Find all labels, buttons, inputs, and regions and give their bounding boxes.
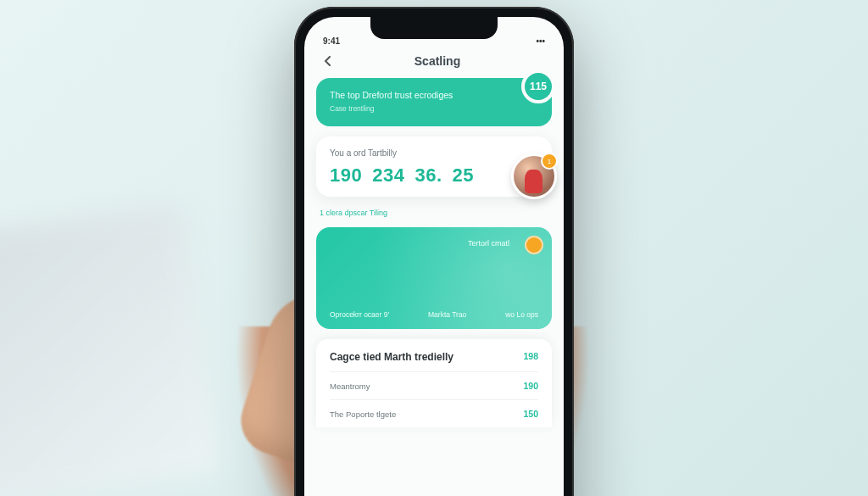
phone-frame: 9:41 ••• Scatling The top Dreford trust … [294, 7, 574, 497]
hero-badge: 115 [521, 70, 555, 103]
stat-value: 25 [453, 164, 474, 187]
list-item[interactable]: Meantromy 190 [330, 371, 538, 399]
avatar-badge: 1 [541, 153, 558, 170]
avatar[interactable]: 1 [511, 153, 557, 199]
stats-row: 190 234 36. 25 [330, 164, 538, 187]
app-header: Scatling [304, 47, 564, 78]
wave-item: Oprocekrr ocaer 9' [330, 310, 389, 319]
stat-value: 234 [372, 164, 404, 187]
wave-item: Markta Trao [428, 310, 466, 319]
wave-badge-icon [525, 236, 543, 254]
list-top-value: 198 [523, 351, 538, 361]
wave-card[interactable]: Tertorl cmatl Oprocekrr ocaer 9' Markta … [316, 227, 552, 329]
list-card: 198 Cagce tied Marth tredielly Meantromy… [316, 339, 552, 427]
phone-notch [370, 17, 498, 39]
stats-label: You a ord Tartbilly [330, 148, 538, 158]
hero-title: The top Dreford trust ecrodiges [330, 90, 538, 102]
stats-card[interactable]: You a ord Tartbilly 190 234 36. 25 1 [316, 137, 552, 197]
stat-value: 36. [415, 164, 442, 187]
status-time: 9:41 [323, 36, 340, 46]
stat-value: 190 [330, 164, 362, 187]
hero-card[interactable]: The top Dreford trust ecrodiges Case tre… [316, 78, 552, 127]
app-screen: 9:41 ••• Scatling The top Dreford trust … [304, 17, 564, 497]
section-subtitle: 1 clera dpscar Tiling [316, 209, 552, 217]
page-title: Scatling [326, 54, 548, 68]
list-title: Cagce tied Marth tredielly [330, 351, 538, 363]
list-item-label: The Poporte tlgete [330, 410, 396, 419]
wave-bottom-row: Oprocekrr ocaer 9' Markta Trao wo Lo ops [330, 310, 538, 319]
content-area: The top Dreford trust ecrodiges Case tre… [304, 78, 564, 428]
list-item-label: Meantromy [330, 382, 370, 391]
wave-item: wo Lo ops [505, 310, 538, 319]
status-indicators: ••• [536, 36, 545, 46]
wave-top-label: Tertorl cmatl [330, 239, 509, 248]
list-item-value: 150 [523, 409, 538, 419]
list-item[interactable]: The Poporte tlgete 150 [330, 399, 538, 427]
hero-subtitle: Case trentling [330, 104, 538, 113]
list-item-value: 190 [523, 381, 538, 391]
